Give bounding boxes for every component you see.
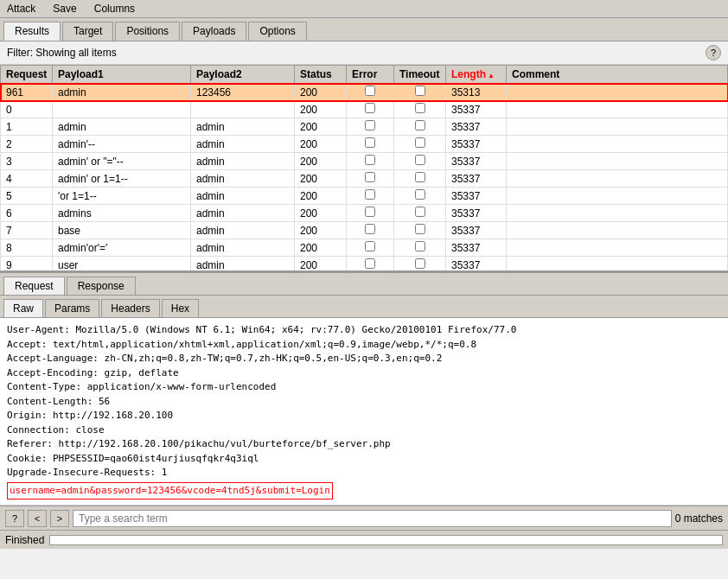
table-cell: 35337	[446, 188, 507, 205]
timeout-checkbox[interactable]	[415, 86, 425, 96]
subtab-raw[interactable]: Raw	[3, 299, 43, 317]
error-checkbox[interactable]	[365, 172, 375, 182]
menu-columns[interactable]: Columns	[91, 2, 138, 16]
table-cell	[507, 222, 728, 239]
request-line: Accept: text/html,application/xhtml+xml,…	[7, 338, 721, 353]
tab-response[interactable]: Response	[67, 277, 136, 295]
error-checkbox[interactable]	[365, 241, 375, 251]
table-cell: 35337	[446, 136, 507, 153]
help-icon-btn[interactable]: ?	[5, 510, 24, 527]
table-row[interactable]: 9useradmin20035337	[1, 257, 728, 273]
table-row[interactable]: 961admin12345620035313	[1, 84, 728, 101]
table-row[interactable]: 3admin' or "="--admin20035337	[1, 153, 728, 170]
table-cell: 9	[1, 257, 53, 273]
table-cell: admin' or "="--	[53, 153, 191, 170]
timeout-checkbox[interactable]	[415, 189, 425, 200]
table-row[interactable]: 7baseadmin20035337	[1, 222, 728, 239]
request-line: Origin: http://192.168.20.100	[7, 409, 721, 423]
search-next-button[interactable]: >	[50, 510, 69, 527]
subtab-hex[interactable]: Hex	[162, 299, 199, 317]
tab-payloads[interactable]: Payloads	[182, 22, 246, 41]
table-cell	[507, 153, 728, 170]
error-checkbox[interactable]	[365, 86, 375, 96]
request-line: Upgrade-Insecure-Requests: 1	[7, 466, 721, 480]
col-header-length[interactable]: Length▲	[446, 66, 507, 84]
table-cell: 200	[295, 136, 347, 153]
table-cell: 200	[295, 257, 347, 273]
table-row[interactable]: 4admin' or 1=1--admin20035337	[1, 170, 728, 188]
table-row[interactable]: 5'or 1=1--admin20035337	[1, 188, 728, 205]
table-cell: 35337	[446, 205, 507, 222]
request-line: Accept-Language: zh-CN,zh;q=0.8,zh-TW;q=…	[7, 352, 721, 366]
col-header-status[interactable]: Status	[295, 66, 347, 84]
table-cell: 200	[295, 170, 347, 188]
table-cell: 4	[1, 170, 53, 188]
table-row[interactable]: 6adminsadmin20035337	[1, 205, 728, 222]
table-cell	[507, 118, 728, 136]
error-checkbox[interactable]	[365, 120, 375, 130]
table-cell: 123456	[191, 84, 295, 101]
request-line: Cookie: PHPSESSID=qao60ist4urjiusqfqkr4q…	[7, 452, 721, 467]
timeout-checkbox[interactable]	[415, 241, 425, 251]
subtab-params[interactable]: Params	[45, 299, 99, 317]
tab-results[interactable]: Results	[3, 22, 61, 41]
table-cell: base	[53, 222, 191, 239]
col-header-comment[interactable]: Comment	[507, 66, 728, 84]
table-cell: 35337	[446, 153, 507, 170]
table-cell: 35337	[446, 239, 507, 257]
table-cell: 200	[295, 239, 347, 257]
main-tab-bar: Results Target Positions Payloads Option…	[0, 18, 728, 41]
timeout-checkbox[interactable]	[415, 137, 425, 148]
timeout-checkbox[interactable]	[415, 103, 425, 113]
table-cell: 'or 1=1--	[53, 188, 191, 205]
timeout-checkbox[interactable]	[415, 258, 425, 269]
col-header-error[interactable]: Error	[347, 66, 394, 84]
table-row[interactable]: 1adminadmin20035337	[1, 118, 728, 136]
request-line: Accept-Encoding: gzip, deflate	[7, 366, 721, 381]
filter-bar: Filter: Showing all items ?	[0, 41, 728, 65]
tab-options[interactable]: Options	[248, 22, 306, 41]
table-cell	[507, 136, 728, 153]
table-row[interactable]: 8admin'or'='admin20035337	[1, 239, 728, 257]
error-checkbox[interactable]	[365, 207, 375, 217]
menu-attack[interactable]: Attack	[3, 2, 39, 16]
subtab-headers[interactable]: Headers	[101, 299, 159, 317]
error-checkbox[interactable]	[365, 224, 375, 234]
error-checkbox[interactable]	[365, 103, 375, 113]
tab-request[interactable]: Request	[3, 277, 65, 295]
error-checkbox[interactable]	[365, 137, 375, 148]
timeout-checkbox[interactable]	[415, 155, 425, 165]
timeout-checkbox[interactable]	[415, 120, 425, 130]
table-cell: 200	[295, 118, 347, 136]
table-cell: admin	[191, 239, 295, 257]
search-input[interactable]	[73, 510, 672, 527]
table-cell: 35337	[446, 118, 507, 136]
col-header-timeout[interactable]: Timeout	[394, 66, 446, 84]
table-cell: 200	[295, 153, 347, 170]
table-row[interactable]: 2admin'--admin20035337	[1, 136, 728, 153]
table-cell: 961	[1, 84, 53, 101]
error-checkbox[interactable]	[365, 155, 375, 165]
table-cell: 200	[295, 84, 347, 101]
table-cell: admin' or 1=1--	[53, 170, 191, 188]
table-cell: 35337	[446, 101, 507, 118]
menu-save[interactable]: Save	[49, 2, 80, 16]
search-prev-button[interactable]: <	[28, 510, 47, 527]
error-checkbox[interactable]	[365, 258, 375, 269]
tab-target[interactable]: Target	[62, 22, 113, 41]
results-table: Request Payload1 Payload2 Status Error T…	[0, 65, 728, 272]
table-row[interactable]: 020035337	[1, 101, 728, 118]
col-header-payload1[interactable]: Payload1	[53, 66, 191, 84]
help-button[interactable]: ?	[706, 45, 721, 60]
table-cell: admin	[191, 118, 295, 136]
timeout-checkbox[interactable]	[415, 224, 425, 234]
request-line: Connection: close	[7, 423, 721, 438]
timeout-checkbox[interactable]	[415, 207, 425, 217]
table-cell: admin	[191, 222, 295, 239]
error-checkbox[interactable]	[365, 189, 375, 200]
request-line: User-Agent: Mozilla/5.0 (Windows NT 6.1;…	[7, 323, 721, 338]
timeout-checkbox[interactable]	[415, 172, 425, 182]
col-header-request[interactable]: Request	[1, 66, 53, 84]
tab-positions[interactable]: Positions	[115, 22, 180, 41]
col-header-payload2[interactable]: Payload2	[191, 66, 295, 84]
